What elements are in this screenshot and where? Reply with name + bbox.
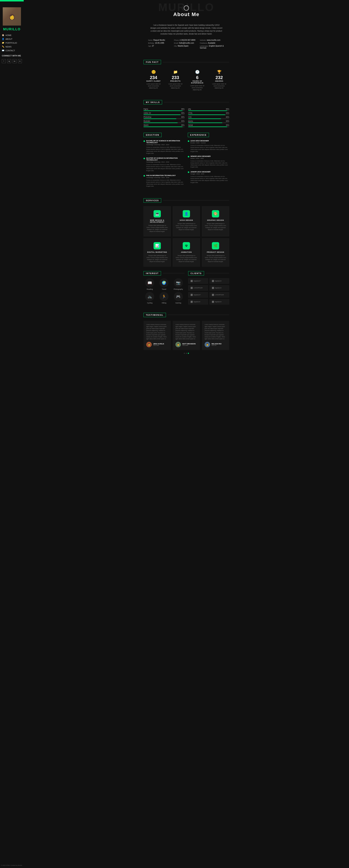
edu-item-1: MASTER OF SCIENCE IN INFORMATION TECHNOL… <box>143 157 185 172</box>
services-line <box>163 200 229 200</box>
fun-facts-grid: 😊 234 HAPPY CLIENT Lorem ipsum dolor sit… <box>141 67 232 95</box>
interest-icons-grid: 📖 Reading 🌍 Travel 📷 Photography 🚲 Cycli… <box>143 278 184 304</box>
info-phone: Phone: (+34)234-567-8899 <box>174 39 199 41</box>
logo-icon-4: ▣ <box>190 294 193 296</box>
skills-grid: Figma 95% Adobe XD 90% Photoshop 80% <box>143 108 229 128</box>
dot-0[interactable] <box>184 353 185 354</box>
experience-title: EXPERIENCE <box>188 133 209 137</box>
projects-number: 233 <box>167 75 184 80</box>
testimonial-author-0: 👩 JENA KARLIS CEO,UKA <box>146 342 168 347</box>
info-col-mid: Phone: (+34)234-567-8899 Email: hello@mu… <box>174 39 199 50</box>
skills-header: MY SKILLS <box>143 100 229 104</box>
photography-icon: 📷 <box>174 278 183 287</box>
fun-fact-line <box>163 62 229 62</box>
interest-section: INTEREST 📖 Reading 🌍 Travel 📷 Photograph… <box>143 271 184 305</box>
education-section: EDUCTION BACHELOR OF SCIENCE IN INFORMAT… <box>143 133 185 190</box>
logo-icon-0: ▣ <box>190 280 193 282</box>
logo-icon-5: ▣ <box>212 294 214 296</box>
skill-photoshop: Photoshop 80% <box>143 116 184 119</box>
client-logo-1: ▣ logoipsum <box>210 278 230 284</box>
edu-item-2: PHD IN INFORMATION TECHNOLOGY Cambridge … <box>143 175 185 187</box>
timeline-dot <box>188 172 189 173</box>
awards-number: 232 <box>211 75 228 80</box>
graphic-design-icon: 🎨 <box>212 210 219 217</box>
info-email: Email: hello@murillo.com <box>174 42 199 44</box>
exp-item-1: SENIOR UI/UX DESIGNER Adobe / 2019 - 202… <box>188 155 230 168</box>
skill-mysql: MySql 95% <box>188 124 229 127</box>
client-logo-6: ▣ logoipsum <box>188 299 208 305</box>
service-web: 💻 WEB DESIGN & DEVELOPMENT Tempus diam p… <box>143 206 171 237</box>
skill-adobexd: Adobe XD 90% <box>143 112 184 115</box>
testimonial-author-1: 👨 MATT BRANDON CEO,HRA <box>175 342 197 347</box>
happy-client-number: 234 <box>145 75 162 80</box>
info-website: Website: www.murillo.com <box>200 39 224 41</box>
service-uiux: 👤 UI/UX DESIGN Tempus diam pellentesque … <box>173 206 200 237</box>
interest-title: INTEREST <box>143 271 161 276</box>
timeline-dot <box>143 158 145 159</box>
info-col-left: Name: Raquel Murillo Birthday: 10.05.199… <box>148 39 173 50</box>
info-languages: Languages: English,Spanish & German <box>200 45 224 49</box>
info-name: Name: Raquel Murillo <box>148 39 173 41</box>
hero-section: MURILLO About Me I am a freelancer based… <box>141 0 232 55</box>
service-product: 🌿 PRODUCT DESIGN Tempus diam pellentesqu… <box>202 238 229 267</box>
skill-illustrator: Illustrator 83% <box>143 120 184 123</box>
service-graphic: 🎨 GRAPHIC DESIGN Tempus diam pellentesqu… <box>202 206 229 237</box>
service-marketing: 📊 DIGITAL MARKETING Tempus diam pellente… <box>143 238 171 267</box>
edu-exp-grid: EDUCTION BACHELOR OF SCIENCE IN INFORMAT… <box>141 132 232 194</box>
interest-photography: 📷 Photography <box>172 278 184 290</box>
projects-icon: 📁 <box>167 70 184 74</box>
fun-fact-awards: 🏆 232 AWARDS Lorem ipsum dolor sit amet … <box>209 68 229 93</box>
service-animation: ☢ ANIMATION Tempus diam pellentesque ut … <box>173 238 200 267</box>
uiux-icon: 👤 <box>183 210 190 217</box>
fun-fact-experience: 🕐 6 YEARS OF EXPERIENCE Lorem ipsum dolo… <box>187 68 207 93</box>
info-city: City: Madrid,Spain <box>174 45 199 47</box>
personal-info-grid: Name: Raquel Murillo Birthday: 10.05.199… <box>148 39 224 50</box>
skill-sketch: Sketch 95% <box>143 124 184 127</box>
hero-bio: I am a freelancer based in the Spanish a… <box>150 24 223 35</box>
skills-right: php 95% HTML 90% CSS 80% <box>188 108 229 128</box>
clients-section: CLIENTS ▣ logoipsum° ▣ logoipsum ▣ LOGOI… <box>188 271 229 305</box>
experience-number: 6 <box>189 75 206 80</box>
product-design-icon: 🌿 <box>212 242 219 249</box>
fun-fact-header: FUN FACT <box>143 60 229 64</box>
skills-section: Figma 95% Adobe XD 90% Photoshop 80% <box>141 107 232 132</box>
info-age: Age: 27 <box>148 45 173 47</box>
client-logo-5: ▣ LOGOIPSUM <box>210 292 230 298</box>
logo-icon-2: ▣ <box>190 287 193 289</box>
client-logo-0: ▣ logoipsum° <box>188 278 208 284</box>
logo-icon-6: ▣ <box>190 301 193 303</box>
dot-1[interactable] <box>186 353 187 354</box>
testimonial-header: TESTIMONIAL <box>143 313 229 317</box>
education-title: EDUCTION <box>143 133 162 137</box>
services-grid: 💻 WEB DESIGN & DEVELOPMENT Tempus diam p… <box>141 206 232 270</box>
clients-title: CLIENTS <box>188 271 204 276</box>
experience-icon: 🕐 <box>189 70 206 74</box>
info-col-right: Website: www.murillo.com Freelance: Avai… <box>200 39 224 50</box>
happy-client-icon: 😊 <box>145 70 162 74</box>
fun-fact-happy-client: 😊 234 HAPPY CLIENT Lorem ipsum dolor sit… <box>143 68 164 93</box>
testimonial-grid: Lorem massa rhoncus commodo aget magus. … <box>143 321 229 350</box>
testimonial-2: Lorem massa rhoncus commodo aget magus. … <box>202 321 229 350</box>
travel-icon: 🌍 <box>160 278 169 287</box>
timeline-dot <box>143 175 145 177</box>
reading-icon: 📖 <box>145 278 154 287</box>
skill-html: HTML 90% <box>188 112 229 115</box>
info-birthday: Birthday: 10.05.1995 <box>148 42 173 44</box>
skill-php: php 95% <box>188 108 229 111</box>
exp-item-0: LEAD UI/UX DESIGNER Envato / 2020 - Curr… <box>188 140 230 153</box>
experience-section: EXPERIENCE LEAD UI/UX DESIGNER Envato / … <box>188 133 230 190</box>
logo-icon-7: ▣ <box>212 301 214 303</box>
testimonial-title: TESTIMONIAL <box>143 313 166 317</box>
info-freelance: Freelance: Available <box>200 42 224 44</box>
skills-title: MY SKILLS <box>143 100 162 104</box>
services-header: SERVICES <box>143 198 229 203</box>
testimonial-dots <box>143 353 229 354</box>
interest-cycling: 🚲 Cycling <box>143 292 156 304</box>
fun-fact-title: FUN FACT <box>143 60 161 64</box>
exp-item-2: JUNIOR UI/UX DESIGNER Google / 2018 - 20… <box>188 171 230 184</box>
testimonial-section: Lorem massa rhoncus commodo aget magus. … <box>141 320 232 359</box>
testimonial-author-2: 👨 WILSON ROI CEO,UK <box>205 342 226 347</box>
interest-hiking: 🏃 Hiking <box>158 292 170 304</box>
clients-header: CLIENTS <box>188 271 229 276</box>
dot-2[interactable] <box>188 353 189 354</box>
